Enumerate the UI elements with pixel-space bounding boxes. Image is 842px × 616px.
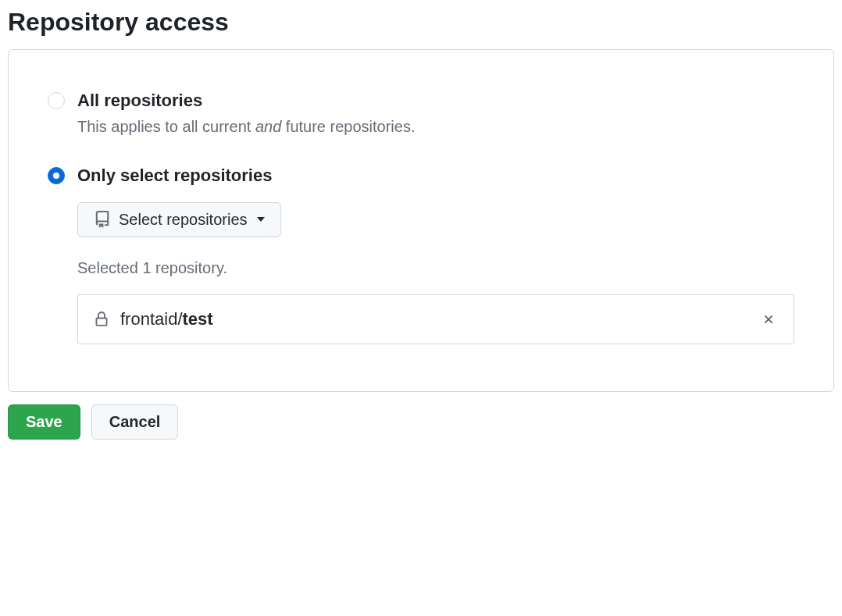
radio-all-label: All repositories bbox=[77, 89, 794, 113]
close-icon bbox=[762, 312, 776, 326]
radio-option-select: Only select repositories Select reposito… bbox=[48, 164, 794, 344]
select-repos-label: Select repositories bbox=[119, 211, 248, 229]
desc-prefix: This applies to all current bbox=[77, 118, 255, 135]
radio-only-select-repositories[interactable] bbox=[48, 167, 65, 184]
action-buttons: Save Cancel bbox=[8, 404, 834, 440]
radio-select-label: Only select repositories bbox=[77, 164, 794, 188]
remove-repo-button[interactable] bbox=[759, 310, 778, 329]
radio-all-content: All repositories This applies to all cur… bbox=[77, 89, 794, 136]
repo-owner: frontaid/ bbox=[120, 309, 183, 329]
repo-item: frontaid/test bbox=[77, 294, 794, 344]
page-title: Repository access bbox=[8, 8, 834, 37]
radio-select-content: Only select repositories Select reposito… bbox=[77, 164, 794, 344]
radio-all-repositories[interactable] bbox=[48, 92, 65, 109]
cancel-button[interactable]: Cancel bbox=[91, 404, 179, 440]
radio-option-all: All repositories This applies to all cur… bbox=[48, 89, 794, 136]
repo-name: frontaid/test bbox=[120, 309, 759, 329]
desc-suffix: future repositories. bbox=[281, 118, 415, 135]
select-repositories-button[interactable]: Select repositories bbox=[77, 202, 281, 237]
repo-icon bbox=[94, 211, 111, 228]
repository-access-panel: All repositories This applies to all cur… bbox=[8, 49, 834, 392]
caret-down-icon bbox=[257, 217, 265, 222]
desc-em: and bbox=[255, 118, 281, 135]
save-button[interactable]: Save bbox=[8, 404, 80, 440]
lock-icon bbox=[94, 312, 109, 327]
radio-all-description: This applies to all current and future r… bbox=[77, 118, 794, 136]
selected-count-text: Selected 1 repository. bbox=[77, 259, 794, 277]
selected-repo-list: frontaid/test bbox=[77, 294, 794, 344]
repo-slug: test bbox=[183, 309, 213, 329]
